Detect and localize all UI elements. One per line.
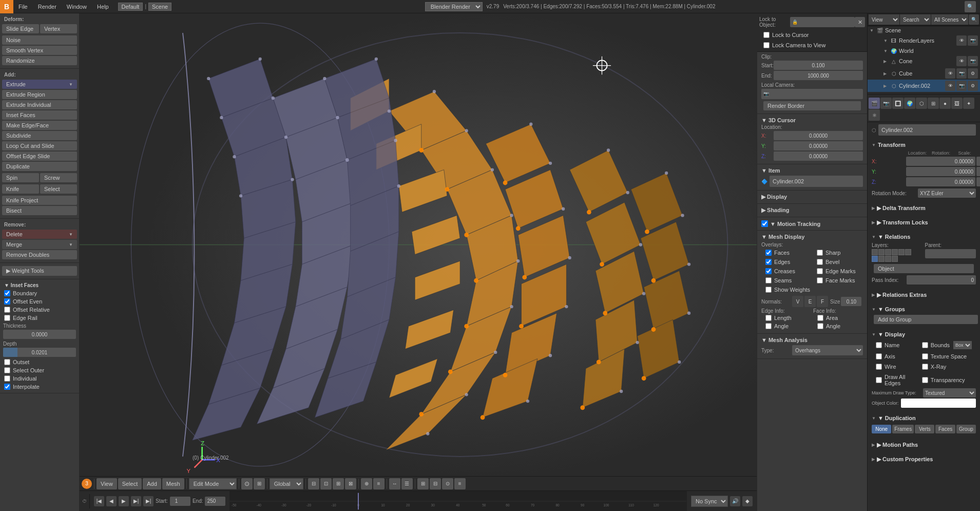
inset-faces-section-title[interactable]: ▼ Inset Faces xyxy=(0,281,79,289)
cursor-section-title[interactable]: ▼ 3D Cursor xyxy=(761,116,863,124)
menu-render[interactable]: Render xyxy=(33,0,62,13)
search-field[interactable]: Search xyxy=(900,14,931,25)
outset-row[interactable]: Outset xyxy=(0,358,79,366)
shading-section-title[interactable]: ▶ Shading xyxy=(761,206,863,215)
seams-row[interactable]: Seams xyxy=(761,276,812,285)
timeline-type[interactable]: ⏱ xyxy=(80,494,90,508)
props-particles-icon[interactable]: ✦ xyxy=(963,98,974,109)
select-btn[interactable]: Select xyxy=(40,184,77,194)
layer-dot-8[interactable] xyxy=(878,256,885,262)
render-layers-item[interactable]: ▼ 🎞 RenderLayers 👁 📷 xyxy=(868,34,980,47)
bevel-row[interactable]: Bevel xyxy=(813,258,863,266)
transparency-row[interactable]: Transparency xyxy=(918,373,976,387)
props-material-icon[interactable]: ● xyxy=(939,98,951,109)
delta-transform-title[interactable]: ▶ ▶ Delta Transform xyxy=(872,203,976,213)
tl-end-input[interactable] xyxy=(205,497,225,506)
tl-audio[interactable]: 🔊 xyxy=(730,496,740,506)
transform-select[interactable]: Global Local Normal xyxy=(270,478,303,489)
cylinder-item[interactable]: ▶ ⬡ Cylinder.002 👁 📷 ⚙ xyxy=(868,80,980,92)
draw-all-edges-row[interactable]: Draw All Edges xyxy=(872,373,916,387)
cyl-render[interactable]: 📷 xyxy=(956,81,967,91)
normals-e-btn[interactable]: E xyxy=(804,296,816,307)
tl-play[interactable]: ▶ xyxy=(119,496,129,506)
lock-camera-check[interactable] xyxy=(763,42,770,48)
icon-btn-12[interactable]: ≡ xyxy=(454,478,466,489)
props-layers-icon[interactable]: 🔳 xyxy=(892,98,904,109)
edges-check[interactable] xyxy=(765,259,772,265)
props-physics-icon[interactable]: ⚛ xyxy=(869,109,880,121)
icon-btn-5[interactable]: ⊕ xyxy=(361,478,372,489)
rot-z-input[interactable] xyxy=(976,177,980,186)
mode-select[interactable]: Edit Mode Object Mode xyxy=(189,478,237,489)
select-outer-check[interactable] xyxy=(4,367,10,373)
cube-extra[interactable]: ⚙ xyxy=(968,68,978,79)
edge-marks-row[interactable]: Edge Marks xyxy=(813,267,863,275)
icon-btn-10[interactable]: ⊟ xyxy=(430,478,441,489)
make-edge-face-btn[interactable]: Make Edge/Face xyxy=(2,121,77,130)
cone-vis[interactable]: 👁 xyxy=(956,56,967,66)
offset-relative-check[interactable] xyxy=(4,307,10,313)
display-section-title[interactable]: ▶ Display xyxy=(761,193,863,201)
loc-y-input[interactable] xyxy=(906,167,975,176)
duplicate-btn[interactable]: Duplicate xyxy=(2,162,77,171)
offset-relative-row[interactable]: Offset Relative xyxy=(0,306,79,314)
normals-f-btn[interactable]: F xyxy=(817,296,828,307)
name-check-row[interactable]: Name xyxy=(872,340,916,350)
menu-window[interactable]: Window xyxy=(62,0,92,13)
render-border-btn[interactable]: Render Border xyxy=(763,101,861,110)
props-texture-icon[interactable]: 🖼 xyxy=(951,98,963,109)
props-render-icon[interactable]: 📷 xyxy=(880,98,892,109)
extrude-btn[interactable]: Extrude ▼ xyxy=(2,80,77,89)
edges-row[interactable]: Edges xyxy=(761,258,812,266)
props-world-icon[interactable]: 🌍 xyxy=(904,98,915,109)
face-marks-check[interactable] xyxy=(817,277,823,283)
rot-x-input[interactable] xyxy=(976,157,980,166)
face-angle-row[interactable]: Angle xyxy=(813,322,863,330)
cyl-vis[interactable]: 👁 xyxy=(945,81,955,91)
vertex-btn[interactable]: Vertex xyxy=(40,24,77,33)
icon-btn-1[interactable]: ⊟ xyxy=(308,478,319,489)
cursor-z-input[interactable] xyxy=(774,152,863,161)
face-angle-check[interactable] xyxy=(817,323,823,329)
face-marks-row[interactable]: Face Marks xyxy=(813,276,863,285)
outset-check[interactable] xyxy=(4,359,10,365)
loc-x-input[interactable] xyxy=(906,157,975,166)
faces-row[interactable]: Faces xyxy=(761,249,812,257)
lock-to-cursor-row[interactable]: Lock to Cursor xyxy=(759,31,865,39)
randomize-btn[interactable]: Randomize xyxy=(2,56,77,65)
remove-doubles-btn[interactable]: Remove Doubles xyxy=(2,250,77,259)
inset-faces-btn[interactable]: Inset Faces xyxy=(2,110,77,120)
xray-check-row[interactable]: X-Ray xyxy=(918,363,976,371)
layer-dot-10[interactable] xyxy=(892,256,898,262)
icon-btn-8[interactable]: ☰ xyxy=(401,478,413,489)
tl-next-frame[interactable]: ▶| xyxy=(131,496,141,506)
layer-dot-5[interactable] xyxy=(898,249,905,255)
layer-dot-2[interactable] xyxy=(878,249,885,255)
max-draw-select[interactable]: Textured xyxy=(923,388,976,398)
offset-edge-slide-btn[interactable]: Offset Edge Slide xyxy=(2,152,77,161)
icon-btn-2[interactable]: ⊡ xyxy=(320,478,332,489)
motion-tracking-check[interactable] xyxy=(761,220,768,227)
length-row[interactable]: Length xyxy=(761,314,811,322)
lock-to-cursor-check[interactable] xyxy=(763,32,770,38)
bevel-check[interactable] xyxy=(817,259,823,265)
texture-space-check[interactable] xyxy=(922,353,928,359)
delete-btn[interactable]: Delete ▼ xyxy=(2,230,77,239)
area-row[interactable]: Area xyxy=(813,314,863,322)
motion-tracking-title[interactable]: ▼ Motion Tracking xyxy=(761,219,863,228)
weight-tools-btn[interactable]: ▶ Weight Tools xyxy=(2,266,77,276)
lock-camera-row[interactable]: Lock Camera to View xyxy=(759,41,865,49)
world-item[interactable]: ▼ 🌍 World xyxy=(868,47,980,55)
custom-props-title[interactable]: ▶ ▶ Custom Properties xyxy=(872,455,976,464)
axis-check[interactable] xyxy=(876,353,882,359)
item-section-title[interactable]: ▼ Item xyxy=(761,166,863,175)
creases-check[interactable] xyxy=(765,268,772,274)
tl-prev-frame[interactable]: ◀ xyxy=(106,496,117,506)
rl-eye[interactable]: 👁 xyxy=(956,35,967,46)
rl-camera[interactable]: 📷 xyxy=(968,35,978,46)
icon-btn-9[interactable]: ⊞ xyxy=(417,478,429,489)
slide-edge-btn[interactable]: Slide Edge xyxy=(2,24,39,33)
add-to-group-btn[interactable]: Add to Group xyxy=(874,315,978,324)
lock-obj-clear[interactable]: ✕ xyxy=(855,17,865,27)
dup-none-tab[interactable]: None xyxy=(872,425,891,433)
